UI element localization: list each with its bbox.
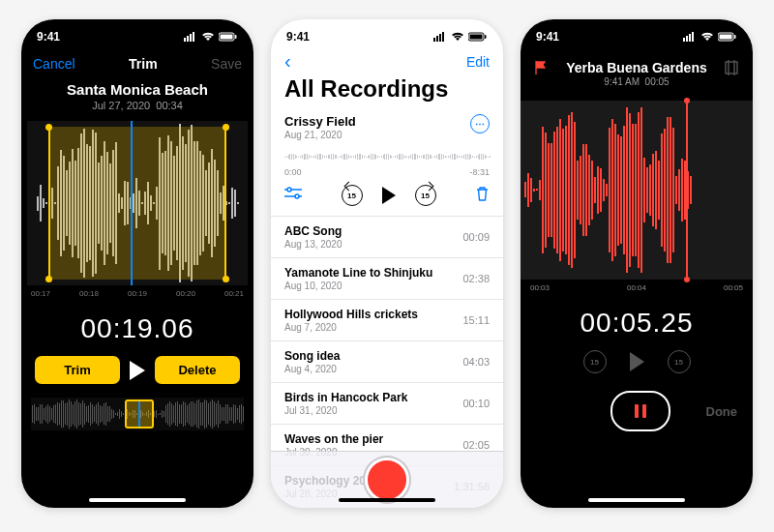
row-duration: 02:38 (462, 273, 490, 284)
trim-button[interactable]: Trim (35, 356, 120, 384)
trim-handle-bottom-right[interactable] (223, 276, 229, 282)
recording-waveform[interactable] (521, 101, 753, 280)
svg-rect-6 (235, 35, 237, 39)
current-date: Aug 21, 2020 (284, 130, 356, 140)
svg-rect-5 (221, 35, 233, 40)
recording-row[interactable]: ABC SongAug 13, 202000:09 (271, 216, 503, 257)
current-title: Crissy Field (284, 114, 356, 129)
svg-rect-19 (686, 36, 688, 42)
crop-icon[interactable] (724, 60, 739, 78)
status-time: 9:41 (286, 30, 310, 44)
cellular-icon (184, 32, 197, 42)
play-button[interactable] (630, 352, 644, 371)
waveform-bars (521, 107, 753, 273)
row-title: Birds in Hancock Park (284, 391, 407, 404)
svg-point-17 (295, 194, 299, 198)
home-indicator[interactable] (89, 498, 186, 502)
playhead[interactable] (131, 121, 133, 285)
recording-header: Santa Monica Beach Jul 27, 2020 00:34 (21, 81, 253, 111)
back-button[interactable]: ‹ (284, 54, 291, 70)
svg-rect-18 (683, 38, 685, 42)
trim-selection[interactable] (48, 127, 226, 280)
row-date: Aug 10, 2020 (284, 281, 432, 291)
navbar-title: Trim (129, 56, 158, 72)
status-bar: 9:41 (21, 19, 253, 50)
more-options-button[interactable]: ⋯ (470, 114, 490, 133)
trash-icon[interactable] (475, 186, 490, 206)
recording-row[interactable]: Birds in Hancock ParkJul 31, 202000:10 (271, 382, 503, 424)
row-duration: 02:05 (462, 439, 490, 451)
row-title: Yamanote Line to Shinjuku (284, 266, 432, 280)
play-button[interactable] (130, 361, 145, 380)
svg-rect-3 (193, 32, 194, 42)
wifi-icon (700, 32, 714, 42)
trim-action-row: Trim Delete (21, 356, 253, 384)
svg-rect-0 (184, 38, 186, 42)
home-indicator[interactable] (339, 498, 435, 502)
recording-header: Yerba Buena Gardens 9:41 AM 00:05 (521, 50, 753, 87)
wifi-icon (201, 32, 215, 42)
trim-navbar: Cancel Trim Save (21, 50, 253, 77)
trim-handle-bottom-left[interactable] (45, 276, 52, 282)
trim-handle-top-right[interactable] (223, 124, 229, 131)
time-ruler: 00:03 00:04 00:05 (521, 280, 753, 296)
playhead (686, 101, 688, 280)
play-button[interactable] (382, 187, 396, 204)
scrubber-window[interactable] (125, 399, 154, 429)
playback-controls: 15 15 (284, 177, 490, 216)
skip-forward-button[interactable]: 15 (668, 350, 691, 373)
recording-name: Santa Monica Beach (21, 81, 253, 98)
skip-forward-button[interactable]: 15 (415, 185, 436, 206)
now-playing: Crissy Field Aug 21, 2020 ⋯ 0:00 -8:31 1… (271, 108, 503, 216)
row-title: Song idea (284, 349, 340, 363)
delete-button[interactable]: Delete (155, 356, 240, 384)
svg-rect-1 (187, 36, 189, 42)
trim-handle-top-left[interactable] (45, 124, 52, 131)
skip-back-button[interactable]: 15 (342, 185, 363, 206)
recording-row[interactable]: Song ideaAug 4, 202004:03 (271, 340, 503, 382)
skip-back-button[interactable]: 15 (583, 350, 607, 373)
svg-point-15 (287, 188, 291, 192)
current-time: 00:05.25 (521, 308, 753, 339)
svg-rect-24 (734, 35, 736, 39)
svg-rect-25 (726, 62, 737, 74)
recording-meta: 9:41 AM 00:05 (550, 76, 724, 87)
row-duration: 00:09 (462, 231, 490, 243)
done-button[interactable]: Done (706, 404, 738, 419)
svg-rect-20 (689, 34, 691, 42)
trim-screen: 9:41 Cancel Trim Save Santa Monica Beach… (21, 19, 253, 508)
record-button[interactable] (365, 458, 409, 502)
row-duration: 00:10 (462, 398, 490, 409)
svg-rect-9 (439, 34, 441, 42)
status-bar: 9:41 (271, 19, 503, 50)
home-indicator[interactable] (588, 498, 685, 502)
scrubber[interactable] (31, 398, 244, 430)
svg-rect-7 (433, 38, 435, 42)
battery-icon (718, 32, 737, 42)
svg-rect-13 (485, 35, 487, 39)
row-date: Aug 7, 2020 (284, 322, 418, 333)
recording-screen: 9:41 Yerba Buena Gardens 9:41 AM 00:05 0… (521, 19, 753, 508)
waveform-editor[interactable] (27, 121, 248, 285)
row-date: Aug 4, 2020 (284, 364, 340, 374)
flag-icon[interactable] (534, 60, 550, 75)
status-time: 9:41 (37, 30, 60, 44)
cancel-button[interactable]: Cancel (33, 56, 75, 72)
recording-row[interactable]: Hollywood Hills cricketsAug 7, 202015:11 (271, 299, 503, 340)
options-icon[interactable] (284, 187, 302, 204)
recordings-list-screen: 9:41 ‹ Edit All Recordings Crissy Field … (271, 19, 503, 508)
time-ruler: 00:17 00:18 00:19 00:20 00:21 (21, 285, 253, 302)
status-icons (184, 32, 238, 42)
edit-button[interactable]: Edit (466, 54, 490, 70)
status-bar: 9:41 (521, 19, 753, 50)
recording-row[interactable]: Yamanote Line to ShinjukuAug 10, 202002:… (271, 257, 503, 299)
row-title: Waves on the pier (284, 432, 383, 446)
list-navbar: ‹ Edit (271, 50, 503, 74)
mini-waveform[interactable] (284, 146, 490, 167)
status-icons (433, 32, 488, 42)
save-button[interactable]: Save (211, 56, 242, 72)
recording-name: Yerba Buena Gardens (550, 60, 724, 75)
status-time: 9:41 (536, 30, 559, 44)
svg-rect-12 (470, 35, 483, 40)
pause-button[interactable] (610, 391, 670, 431)
